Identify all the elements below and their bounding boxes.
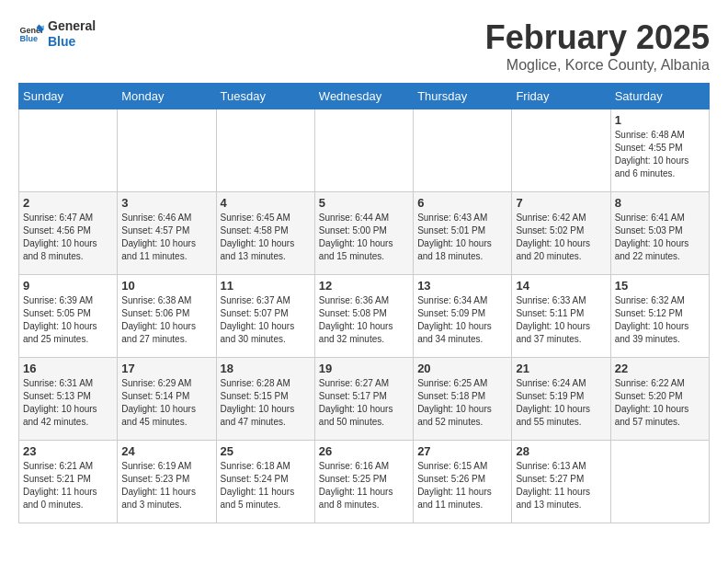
day-number: 16 [23,362,113,375]
calendar-cell [19,109,118,192]
day-info: Sunrise: 6:47 AM Sunset: 4:56 PM Dayligh… [23,212,113,263]
calendar-week-4: 23Sunrise: 6:21 AM Sunset: 5:21 PM Dayli… [19,441,710,523]
weekday-header-tuesday: Tuesday [216,84,314,109]
day-info: Sunrise: 6:38 AM Sunset: 5:06 PM Dayligh… [121,294,211,346]
weekday-header-monday: Monday [118,84,216,109]
day-info: Sunrise: 6:44 AM Sunset: 5:00 PM Dayligh… [319,212,409,263]
day-info: Sunrise: 6:41 AM Sunset: 5:03 PM Dayligh… [615,212,705,263]
day-info: Sunrise: 6:31 AM Sunset: 5:13 PM Dayligh… [23,377,113,429]
day-number: 5 [319,196,409,210]
month-title: February 2025 [485,18,710,57]
day-number: 7 [516,196,606,210]
calendar-cell [118,109,216,192]
calendar-cell: 8Sunrise: 6:41 AM Sunset: 5:03 PM Daylig… [610,192,709,275]
calendar-cell: 2Sunrise: 6:47 AM Sunset: 4:56 PM Daylig… [19,192,118,275]
weekday-header-thursday: Thursday [414,84,512,109]
day-info: Sunrise: 6:18 AM Sunset: 5:24 PM Dayligh… [221,460,311,511]
day-info: Sunrise: 6:22 AM Sunset: 5:20 PM Dayligh… [615,377,705,429]
day-info: Sunrise: 6:28 AM Sunset: 5:15 PM Dayligh… [221,377,311,429]
svg-text:Blue: Blue [19,34,38,43]
day-number: 10 [121,279,211,293]
day-number: 3 [121,196,211,210]
logo-blue: Blue [48,34,96,50]
day-number: 8 [615,196,705,210]
weekday-header-wednesday: Wednesday [314,84,413,109]
calendar-cell: 23Sunrise: 6:21 AM Sunset: 5:21 PM Dayli… [19,441,118,523]
calendar-week-3: 16Sunrise: 6:31 AM Sunset: 5:13 PM Dayli… [19,358,710,441]
day-number: 22 [615,362,705,375]
day-info: Sunrise: 6:29 AM Sunset: 5:14 PM Dayligh… [121,377,211,429]
calendar-cell: 6Sunrise: 6:43 AM Sunset: 5:01 PM Daylig… [414,192,512,275]
calendar-table: SundayMondayTuesdayWednesdayThursdayFrid… [18,83,710,523]
header: General Blue General Blue February 2025 … [18,18,710,74]
calendar-cell: 21Sunrise: 6:24 AM Sunset: 5:19 PM Dayli… [512,358,610,441]
location-title: Moglice, Korce County, Albania [485,57,710,74]
calendar-cell: 7Sunrise: 6:42 AM Sunset: 5:02 PM Daylig… [512,192,610,275]
day-info: Sunrise: 6:43 AM Sunset: 5:01 PM Dayligh… [417,212,507,263]
calendar-cell: 4Sunrise: 6:45 AM Sunset: 4:58 PM Daylig… [216,192,314,275]
logo-icon: General Blue [18,21,44,47]
calendar-cell: 13Sunrise: 6:34 AM Sunset: 5:09 PM Dayli… [414,275,512,358]
day-info: Sunrise: 6:37 AM Sunset: 5:07 PM Dayligh… [221,294,311,346]
calendar-week-0: 1Sunrise: 6:48 AM Sunset: 4:55 PM Daylig… [19,109,710,192]
day-number: 20 [417,362,507,375]
calendar-cell: 25Sunrise: 6:18 AM Sunset: 5:24 PM Dayli… [216,441,314,523]
day-number: 23 [23,444,113,458]
day-info: Sunrise: 6:45 AM Sunset: 4:58 PM Dayligh… [221,212,311,263]
calendar-cell [610,441,709,523]
day-number: 11 [221,279,311,293]
day-info: Sunrise: 6:39 AM Sunset: 5:05 PM Dayligh… [23,294,113,346]
calendar-cell [216,109,314,192]
day-number: 25 [221,444,311,458]
day-info: Sunrise: 6:16 AM Sunset: 5:25 PM Dayligh… [319,460,409,511]
calendar-cell: 17Sunrise: 6:29 AM Sunset: 5:14 PM Dayli… [118,358,216,441]
calendar-cell: 28Sunrise: 6:13 AM Sunset: 5:27 PM Dayli… [512,441,610,523]
calendar-cell: 12Sunrise: 6:36 AM Sunset: 5:08 PM Dayli… [314,275,413,358]
weekday-header-friday: Friday [512,84,610,109]
day-info: Sunrise: 6:32 AM Sunset: 5:12 PM Dayligh… [615,294,705,346]
calendar-cell: 5Sunrise: 6:44 AM Sunset: 5:00 PM Daylig… [314,192,413,275]
day-number: 21 [516,362,606,375]
calendar-cell: 19Sunrise: 6:27 AM Sunset: 5:17 PM Dayli… [314,358,413,441]
day-number: 17 [121,362,211,375]
day-info: Sunrise: 6:42 AM Sunset: 5:02 PM Dayligh… [516,212,606,263]
calendar-cell: 16Sunrise: 6:31 AM Sunset: 5:13 PM Dayli… [19,358,118,441]
calendar-cell [414,109,512,192]
calendar-cell: 15Sunrise: 6:32 AM Sunset: 5:12 PM Dayli… [610,275,709,358]
calendar-cell: 9Sunrise: 6:39 AM Sunset: 5:05 PM Daylig… [19,275,118,358]
calendar-cell: 18Sunrise: 6:28 AM Sunset: 5:15 PM Dayli… [216,358,314,441]
calendar-cell: 1Sunrise: 6:48 AM Sunset: 4:55 PM Daylig… [610,109,709,192]
logo: General Blue General Blue [18,18,96,50]
day-number: 24 [121,444,211,458]
day-info: Sunrise: 6:24 AM Sunset: 5:19 PM Dayligh… [516,377,606,429]
day-number: 2 [23,196,113,210]
calendar-cell: 22Sunrise: 6:22 AM Sunset: 5:20 PM Dayli… [610,358,709,441]
day-info: Sunrise: 6:19 AM Sunset: 5:23 PM Dayligh… [121,460,211,511]
day-number: 15 [615,279,705,293]
day-info: Sunrise: 6:15 AM Sunset: 5:26 PM Dayligh… [417,460,507,511]
calendar-week-1: 2Sunrise: 6:47 AM Sunset: 4:56 PM Daylig… [19,192,710,275]
day-info: Sunrise: 6:48 AM Sunset: 4:55 PM Dayligh… [615,129,705,180]
weekday-header-sunday: Sunday [19,84,118,109]
calendar-cell: 24Sunrise: 6:19 AM Sunset: 5:23 PM Dayli… [118,441,216,523]
calendar-week-2: 9Sunrise: 6:39 AM Sunset: 5:05 PM Daylig… [19,275,710,358]
day-info: Sunrise: 6:36 AM Sunset: 5:08 PM Dayligh… [319,294,409,346]
day-number: 14 [516,279,606,293]
title-area: February 2025 Moglice, Korce County, Alb… [485,18,710,74]
day-number: 12 [319,279,409,293]
calendar-cell: 20Sunrise: 6:25 AM Sunset: 5:18 PM Dayli… [414,358,512,441]
day-number: 1 [615,113,705,127]
day-info: Sunrise: 6:25 AM Sunset: 5:18 PM Dayligh… [417,377,507,429]
day-info: Sunrise: 6:33 AM Sunset: 5:11 PM Dayligh… [516,294,606,346]
day-number: 13 [417,279,507,293]
day-info: Sunrise: 6:34 AM Sunset: 5:09 PM Dayligh… [417,294,507,346]
calendar-cell: 11Sunrise: 6:37 AM Sunset: 5:07 PM Dayli… [216,275,314,358]
day-number: 28 [516,444,606,458]
calendar-cell: 14Sunrise: 6:33 AM Sunset: 5:11 PM Dayli… [512,275,610,358]
calendar-cell [512,109,610,192]
day-number: 6 [417,196,507,210]
day-info: Sunrise: 6:46 AM Sunset: 4:57 PM Dayligh… [121,212,211,263]
weekday-header-saturday: Saturday [610,84,709,109]
calendar-cell: 26Sunrise: 6:16 AM Sunset: 5:25 PM Dayli… [314,441,413,523]
weekday-header-row: SundayMondayTuesdayWednesdayThursdayFrid… [19,84,710,109]
